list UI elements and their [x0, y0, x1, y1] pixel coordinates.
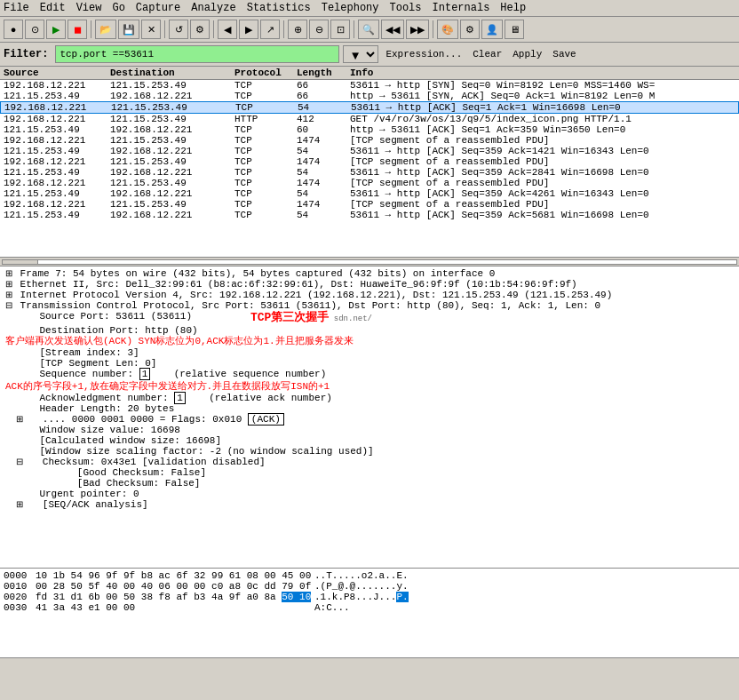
clear-btn[interactable]: Clear	[469, 48, 505, 60]
stop-capture-btn[interactable]: ⊙	[25, 20, 44, 39]
zoom-out-btn[interactable]: ⊖	[309, 20, 329, 39]
pkt-dst: 192.168.12.221	[110, 188, 234, 199]
pkt-info: 53611 → http [ACK] Seq=359 Ack=4261 Win=…	[350, 188, 735, 199]
filter-input[interactable]	[55, 45, 339, 63]
restart-btn[interactable]: ▶	[46, 20, 66, 39]
pkt-proto: TCP	[234, 167, 297, 178]
packet-row[interactable]: 121.15.253.49 192.168.12.221 TCP 54 5361…	[0, 188, 739, 199]
menu-view[interactable]: View	[76, 2, 102, 14]
menu-internals[interactable]: Internals	[433, 2, 490, 14]
packet-row[interactable]: 192.168.12.221 121.15.253.49 TCP 1474 [T…	[0, 156, 739, 167]
next-pkt-btn[interactable]: ▶▶	[406, 20, 429, 39]
close-btn[interactable]: ✕	[141, 20, 161, 39]
expression-btn[interactable]: Expression...	[382, 48, 465, 60]
detail-good-checksum[interactable]: [Good Checksum: False]	[2, 467, 737, 478]
packet-row[interactable]: 121.15.253.49 192.168.12.221 TCP 66 http…	[0, 91, 739, 101]
prefs-btn[interactable]: ⚙	[460, 20, 480, 39]
hex-row: 0020 fd 31 d1 6b 00 50 38 f8 af b3 4a 9f…	[4, 592, 735, 602]
save-file-btn[interactable]: 💾	[118, 20, 139, 39]
prev-pkt-btn[interactable]: ◀◀	[381, 20, 404, 39]
capture-opts-btn[interactable]: ⚙	[190, 20, 210, 39]
packet-row[interactable]: 192.168.12.221 121.15.253.49 HTTP 412 GE…	[0, 114, 739, 124]
menu-capture[interactable]: Capture	[136, 2, 180, 14]
packet-row[interactable]: 121.15.253.49 192.168.12.221 TCP 54 5361…	[0, 146, 739, 156]
expand-icon[interactable]: ⊞	[5, 268, 14, 278]
pkt-dst: 121.15.253.49	[110, 199, 234, 210]
expand-icon[interactable]: ⊞	[5, 290, 14, 299]
expand-icon[interactable]: ⊞	[16, 414, 25, 424]
open-file-btn[interactable]: 📂	[95, 20, 116, 39]
detail-flags[interactable]: ⊞ .... 0000 0001 0000 = Flags: 0x010 (AC…	[2, 414, 737, 425]
detail-bad-checksum[interactable]: [Bad Checksum: False]	[2, 478, 737, 489]
reload-btn[interactable]: ↺	[169, 20, 188, 39]
pkt-len: 54	[297, 188, 350, 199]
col-dest: Destination	[110, 68, 234, 78]
detail-urgent-ptr[interactable]: Urgent pointer: 0	[2, 489, 737, 499]
packet-row[interactable]: 192.168.12.221 121.15.253.49 TCP 1474 [T…	[0, 199, 739, 210]
detail-line[interactable]: ⊞ Internet Protocol Version 4, Src: 192.…	[2, 290, 737, 300]
detail-line[interactable]: ⊞ Ethernet II, Src: Dell_32:99:61 (b8:ac…	[2, 279, 737, 290]
iface-btn[interactable]: 🖥	[505, 20, 524, 39]
packet-row[interactable]: 121.15.253.49 192.168.12.221 TCP 54 5361…	[0, 167, 739, 178]
menu-analyze[interactable]: Analyze	[191, 2, 235, 14]
menu-go[interactable]: Go	[112, 2, 124, 14]
expand-icon[interactable]: ⊞	[16, 499, 25, 509]
hex-row: 0030 41 3a 43 e1 00 00 A:C...	[4, 602, 735, 613]
menu-statistics[interactable]: Statistics	[247, 2, 311, 14]
packet-row[interactable]: 192.168.12.221 121.15.253.49 TCP 66 5361…	[0, 80, 739, 91]
hex-bytes: 10 1b 54 96 9f 9f b8 ac 6f 32 99 61 08 0…	[36, 570, 311, 581]
back-btn[interactable]: ◀	[218, 20, 237, 39]
menu-tools[interactable]: Tools	[390, 2, 422, 14]
detail-checksum[interactable]: ⊟ Checksum: 0x43e1 [validation disabled]	[2, 457, 737, 467]
find-btn[interactable]: 🔍	[358, 20, 379, 39]
col-source: Source	[4, 68, 110, 78]
packet-row[interactable]: 121.15.253.49 192.168.12.221 TCP 54 5361…	[0, 210, 739, 220]
detail-header-len[interactable]: Header Length: 20 bytes	[2, 403, 737, 414]
pkt-len: 412	[297, 114, 350, 124]
menu-help[interactable]: Help	[500, 2, 526, 14]
pkt-info: http → 53611 [ACK] Seq=1 Ack=359 Win=365…	[350, 124, 735, 135]
profile-btn[interactable]: 👤	[481, 20, 503, 39]
detail-calc-window[interactable]: [Calculated window size: 16698]	[2, 435, 737, 446]
menu-edit[interactable]: Edit	[40, 2, 66, 14]
col-protocol: Protocol	[234, 68, 297, 78]
annotation-isn: ACK的序号字段+1,放在确定字段中发送给对方.并且在数据段放写ISN的+1	[2, 379, 737, 393]
start-capture-btn[interactable]: ●	[4, 20, 23, 39]
detail-window-size[interactable]: Window size value: 16698	[2, 425, 737, 435]
detail-tcp-seg-len[interactable]: [TCP Segment Len: 0]	[2, 358, 737, 369]
pkt-len: 66	[297, 91, 350, 101]
packet-row[interactable]: 121.15.253.49 192.168.12.221 TCP 60 http…	[0, 124, 739, 135]
pkt-proto: TCP	[234, 210, 297, 220]
stop-btn[interactable]: ◼	[68, 20, 87, 39]
expand-icon[interactable]: ⊞	[5, 279, 14, 289]
hex-panel: 0000 10 1b 54 96 9f 9f b8 ac 6f 32 99 61…	[0, 569, 739, 657]
detail-seq[interactable]: Sequence number: 1 (relative sequence nu…	[2, 369, 737, 379]
forward-btn[interactable]: ▶	[239, 20, 258, 39]
collapse-icon[interactable]: ⊟	[16, 457, 25, 466]
ack-value: 1	[174, 392, 186, 404]
pkt-info: [TCP segment of a reassembled PDU]	[350, 178, 735, 188]
detail-seqack[interactable]: ⊞ [SEQ/ACK analysis]	[2, 499, 737, 510]
filter-dropdown[interactable]: ▼	[343, 45, 378, 63]
menu-telephony[interactable]: Telephony	[322, 2, 379, 14]
pkt-src: 192.168.12.221	[4, 178, 110, 188]
ack-badge: (ACK)	[248, 413, 284, 426]
packet-row[interactable]: 192.168.12.221 121.15.253.49 TCP 1474 [T…	[0, 135, 739, 146]
col-length: Length	[297, 68, 350, 78]
apply-btn[interactable]: Apply	[509, 48, 545, 60]
collapse-icon[interactable]: ⊟	[5, 300, 14, 310]
save-filter-btn[interactable]: Save	[549, 48, 579, 60]
goto-btn[interactable]: ↗	[260, 20, 280, 39]
detail-window-factor[interactable]: [Window size scaling factor: -2 (no wind…	[2, 446, 737, 457]
colorize-btn[interactable]: 🎨	[437, 20, 458, 39]
packet-row[interactable]: 192.168.12.221 121.15.253.49 TCP 1474 [T…	[0, 178, 739, 188]
zoom-in-btn[interactable]: ⊕	[288, 20, 307, 39]
detail-ack[interactable]: Acknowledgment number: 1 (relative ack n…	[2, 393, 737, 403]
zoom-reset-btn[interactable]: ⊡	[330, 20, 350, 39]
detail-line[interactable]: ⊞ Frame 7: 54 bytes on wire (432 bits), …	[2, 268, 737, 279]
pkt-src: 121.15.253.49	[4, 146, 110, 156]
packet-row[interactable]: 192.168.12.221 121.15.253.49 TCP 54 5361…	[0, 101, 739, 114]
menu-file[interactable]: File	[4, 2, 29, 14]
menubar: File Edit View Go Capture Analyze Statis…	[0, 0, 739, 17]
detail-stream-idx[interactable]: [Stream index: 3]	[2, 347, 737, 358]
